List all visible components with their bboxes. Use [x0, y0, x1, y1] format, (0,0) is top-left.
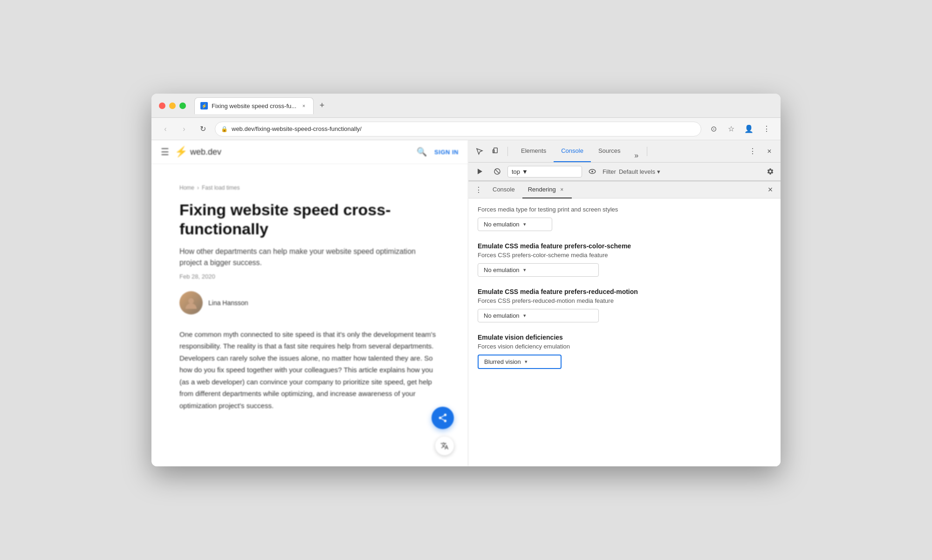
- media-type-chevron-icon: ▾: [523, 221, 526, 227]
- drawer-close-button[interactable]: ×: [764, 184, 777, 197]
- address-bar: ‹ › ↻ 🔒 web.dev/fixing-website-speed-cro…: [151, 118, 781, 140]
- share-fab-button[interactable]: [432, 407, 454, 429]
- media-type-select[interactable]: No emulation ▾: [478, 218, 552, 231]
- url-text: web.dev/fixing-website-speed-cross-funct…: [232, 125, 362, 132]
- reduced-motion-description: Forces CSS prefers-reduced-motion media …: [478, 297, 771, 304]
- site-header-right: 🔍 SIGN IN: [417, 147, 459, 157]
- tab-area: ⚡ Fixing website speed cross-fu... × +: [194, 97, 773, 114]
- filter-area: Filter Default levels ▾: [603, 168, 761, 175]
- devtools-panel: Elements Console Sources » ⋮ ×: [468, 140, 781, 466]
- address-right-icons: ⊙ ☆ 👤 ⋮: [707, 123, 773, 136]
- media-type-select-value: No emulation: [484, 221, 520, 228]
- context-selector-chevron: ▼: [522, 168, 528, 175]
- toolbar-separator-2: [647, 147, 647, 156]
- devtools-more-button[interactable]: ⋮: [745, 144, 760, 159]
- settings-button[interactable]: [764, 165, 777, 178]
- color-scheme-select[interactable]: No emulation ▾: [478, 263, 599, 277]
- media-type-description: Forces media type for testing print and …: [478, 206, 771, 213]
- tab-favicon: ⚡: [200, 102, 208, 109]
- default-levels-button[interactable]: Default levels ▾: [619, 168, 660, 175]
- author-avatar: [179, 291, 203, 314]
- context-selector[interactable]: top ▼: [507, 166, 582, 178]
- traffic-lights: [159, 102, 186, 109]
- svg-point-7: [591, 171, 593, 172]
- vision-deficiency-select[interactable]: Blurred vision ▾: [478, 355, 562, 369]
- site-header: ☰ ⚡ web.dev 🔍 SIGN IN: [151, 140, 468, 164]
- devtools-close-button[interactable]: ×: [762, 144, 777, 159]
- maximize-traffic-light[interactable]: [179, 102, 186, 109]
- article-date: Feb 28, 2020: [179, 273, 440, 280]
- filter-label: Filter: [603, 168, 616, 175]
- drawer-tab-rendering[interactable]: Rendering ×: [522, 182, 572, 198]
- reload-button[interactable]: ↻: [196, 123, 209, 136]
- author-area: Lina Hansson: [179, 291, 440, 314]
- devtools-right-actions: ⋮ ×: [745, 144, 777, 159]
- url-bar[interactable]: 🔒 web.dev/fixing-website-speed-cross-fun…: [215, 122, 701, 137]
- inspect-element-button[interactable]: [472, 144, 487, 159]
- device-emulation-button[interactable]: [489, 144, 504, 159]
- article-title: Fixing website speed cross-functionally: [179, 200, 440, 239]
- breadcrumb-home[interactable]: Home: [179, 184, 194, 191]
- close-traffic-light[interactable]: [159, 102, 165, 109]
- forward-button[interactable]: ›: [178, 123, 191, 136]
- more-tabs-button[interactable]: »: [630, 149, 643, 162]
- article-body: One common myth connected to site speed …: [179, 328, 440, 412]
- devtools-toolbar: Elements Console Sources » ⋮ ×: [468, 140, 781, 163]
- color-scheme-chevron-icon: ▾: [523, 267, 526, 273]
- hamburger-menu-icon[interactable]: ☰: [161, 146, 169, 157]
- svg-marker-3: [478, 169, 482, 174]
- rendering-section-color-scheme: Emulate CSS media feature prefers-color-…: [478, 242, 771, 277]
- translate-fab-button[interactable]: [435, 437, 454, 455]
- search-icon[interactable]: 🔍: [417, 147, 427, 157]
- breadcrumb: Home › Fast load times: [179, 184, 440, 191]
- sign-in-button[interactable]: SIGN IN: [434, 149, 459, 156]
- webpage-inner: Home › Fast load times Fixing website sp…: [151, 171, 468, 430]
- reduced-motion-select-value: No emulation: [484, 312, 520, 319]
- breadcrumb-separator: ›: [197, 184, 199, 191]
- profile-icon[interactable]: 👤: [742, 123, 755, 136]
- logo-icon: ⚡: [175, 146, 187, 158]
- context-selector-value: top: [512, 168, 520, 175]
- drawer-tab-console[interactable]: Console: [487, 182, 521, 198]
- drawer-more-button[interactable]: ⋮: [472, 184, 485, 197]
- title-bar: ⚡ Fixing website speed cross-fu... × +: [151, 94, 781, 118]
- svg-line-5: [495, 170, 499, 173]
- new-tab-button[interactable]: +: [315, 99, 329, 112]
- minimize-traffic-light[interactable]: [169, 102, 176, 109]
- url-lock-icon: 🔒: [221, 126, 228, 132]
- reduced-motion-select[interactable]: No emulation ▾: [478, 309, 599, 322]
- run-icon-button[interactable]: [472, 164, 487, 179]
- rendering-section-reduced-motion: Emulate CSS media feature prefers-reduce…: [478, 288, 771, 322]
- reduced-motion-chevron-icon: ▾: [523, 313, 526, 319]
- tab-close-button[interactable]: ×: [300, 102, 308, 109]
- color-scheme-select-value: No emulation: [484, 266, 520, 273]
- more-options-icon[interactable]: ⋮: [760, 123, 773, 136]
- bookmark-icon[interactable]: ☆: [725, 123, 738, 136]
- active-tab[interactable]: ⚡ Fixing website speed cross-fu... ×: [194, 97, 314, 114]
- eye-icon-button[interactable]: [585, 164, 600, 179]
- toolbar-separator: [507, 147, 508, 156]
- article-subtitle: How other departments can help make your…: [179, 246, 440, 268]
- svg-point-0: [188, 298, 194, 304]
- browser-window: ⚡ Fixing website speed cross-fu... × + ‹…: [151, 94, 781, 466]
- devtools-tabs: Elements Console Sources »: [514, 140, 643, 162]
- devtools-drawer: ⋮ Console Rendering × × Forces media typ…: [468, 181, 781, 466]
- clear-console-button[interactable]: [490, 164, 505, 179]
- tab-title: Fixing website speed cross-fu...: [212, 102, 296, 109]
- back-button[interactable]: ‹: [159, 123, 172, 136]
- color-scheme-title: Emulate CSS media feature prefers-color-…: [478, 242, 771, 250]
- tab-elements[interactable]: Elements: [514, 140, 554, 162]
- site-logo[interactable]: ⚡ web.dev: [175, 146, 221, 158]
- devtools-secondary-toolbar: top ▼ Filter Default levels ▾: [468, 163, 781, 181]
- color-scheme-description: Forces CSS prefers-color-scheme media fe…: [478, 252, 771, 259]
- author-name: Lina Hansson: [208, 299, 248, 307]
- drawer-tab-close-button[interactable]: ×: [558, 185, 566, 194]
- rendering-section-media-type: Forces media type for testing print and …: [478, 206, 771, 231]
- vision-select-chevron-icon: ▾: [525, 359, 528, 365]
- tab-sources[interactable]: Sources: [591, 140, 628, 162]
- tab-console[interactable]: Console: [554, 140, 591, 162]
- vision-title: Emulate vision deficiencies: [478, 334, 771, 341]
- breadcrumb-section[interactable]: Fast load times: [202, 184, 240, 191]
- cast-icon[interactable]: ⊙: [707, 123, 720, 136]
- main-area: ☰ ⚡ web.dev 🔍 SIGN IN Home › Fast load t…: [151, 140, 781, 466]
